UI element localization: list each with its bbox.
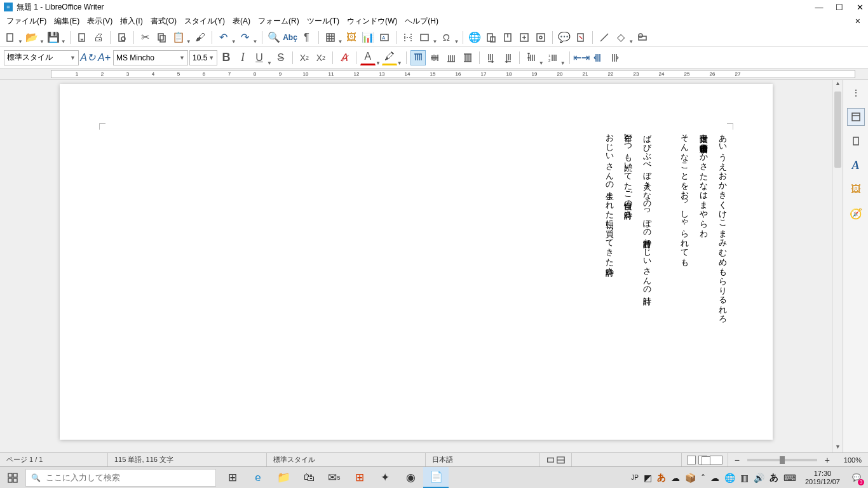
document-text[interactable]: あいうえおかきくけこまみむめもらりるれろ太陽付き宇宙山町長建物あかさたなはまやら… bbox=[606, 128, 727, 319]
paste-dropdown[interactable]: ▼ bbox=[186, 39, 191, 44]
bullets-button[interactable] bbox=[524, 50, 539, 65]
spellcheck-button[interactable]: Abç bbox=[283, 30, 298, 45]
align-justify-v-button[interactable] bbox=[460, 50, 475, 65]
draw-functions-button[interactable] bbox=[635, 30, 650, 45]
taskbar-search[interactable]: 🔍 bbox=[25, 469, 216, 487]
align-top-button[interactable] bbox=[410, 50, 426, 65]
status-zoom[interactable]: 100% bbox=[836, 453, 868, 466]
shapes-dropdown[interactable]: ▼ bbox=[628, 39, 634, 44]
page[interactable]: あいうえおかきくけこまみむめもらりるれろ太陽付き宇宙山町長建物あかさたなはまやら… bbox=[60, 84, 773, 440]
explorer-icon[interactable]: 📁 bbox=[271, 467, 296, 488]
status-language[interactable]: 日本語 bbox=[426, 453, 540, 466]
save-dropdown[interactable]: ▼ bbox=[61, 39, 66, 44]
bullets-dropdown[interactable]: ▼ bbox=[539, 60, 544, 66]
new-button[interactable] bbox=[3, 30, 18, 45]
align-vcenter-button[interactable] bbox=[427, 50, 442, 65]
taskbar-clock[interactable]: 17:30 2019/12/07 bbox=[801, 470, 844, 485]
comment-button[interactable]: 💬 bbox=[557, 30, 572, 45]
hyperlink-button[interactable]: 🌐 bbox=[467, 30, 482, 45]
clone-format-button[interactable]: 🖌 bbox=[193, 30, 208, 45]
formatting-marks-button[interactable]: ¶ bbox=[299, 30, 315, 45]
edge-icon[interactable]: e bbox=[245, 467, 271, 488]
find-replace-button[interactable]: 🔍 bbox=[266, 30, 281, 45]
bookmark-button[interactable] bbox=[500, 30, 515, 45]
store-icon[interactable]: 🛍 bbox=[296, 467, 322, 488]
line-button[interactable] bbox=[597, 30, 612, 45]
close-button[interactable]: ✕ bbox=[855, 3, 864, 11]
field-button[interactable] bbox=[417, 30, 432, 45]
italic-button[interactable]: I bbox=[235, 50, 250, 65]
ime-lang-indicator[interactable]: JP bbox=[631, 474, 639, 481]
strikethrough-button[interactable]: S bbox=[273, 50, 288, 65]
basic-shapes-button[interactable]: ◇ bbox=[613, 30, 628, 45]
ime-a-icon[interactable]: あ bbox=[770, 472, 778, 484]
tray-icon-1[interactable]: ◩ bbox=[644, 473, 652, 483]
font-name-combo[interactable]: MS Mincho▼ bbox=[113, 50, 188, 65]
sidebar-styles-icon[interactable]: A bbox=[847, 156, 865, 174]
chrome-icon[interactable]: ◉ bbox=[398, 467, 423, 488]
underline-dropdown[interactable]: ▼ bbox=[267, 60, 272, 66]
font-color-dropdown[interactable]: ▼ bbox=[376, 60, 381, 66]
menu-table[interactable]: 表(A) bbox=[229, 15, 254, 28]
cut-button[interactable]: ✂ bbox=[138, 30, 153, 45]
undo-button[interactable]: ↶ bbox=[216, 30, 231, 45]
font-size-combo[interactable]: 10.5▼ bbox=[189, 50, 217, 65]
network-icon[interactable]: 🌐 bbox=[724, 473, 735, 483]
battery-icon[interactable]: ▥ bbox=[740, 473, 749, 483]
tray-icon-2[interactable]: ☁ bbox=[671, 473, 680, 483]
menu-format[interactable]: 書式(O) bbox=[147, 15, 180, 28]
menu-file[interactable]: ファイル(F) bbox=[3, 15, 50, 28]
export-pdf-button[interactable] bbox=[74, 30, 90, 45]
menu-form[interactable]: フォーム(R) bbox=[254, 15, 303, 28]
cross-ref2-button[interactable] bbox=[533, 30, 548, 45]
ime-mode-indicator[interactable]: あ bbox=[657, 472, 666, 484]
redo-dropdown[interactable]: ▼ bbox=[253, 39, 258, 44]
track-changes-button[interactable] bbox=[573, 30, 588, 45]
update-style-button[interactable]: A↻ bbox=[80, 50, 95, 65]
special-char-button[interactable]: Ω bbox=[438, 30, 454, 45]
onedrive-icon[interactable]: ☁ bbox=[710, 473, 719, 483]
sidebar-navigator-icon[interactable]: 🧭 bbox=[847, 205, 865, 222]
sidebar-page-icon[interactable] bbox=[847, 132, 865, 150]
task-view-icon[interactable]: ⊞ bbox=[220, 467, 245, 488]
menu-style[interactable]: スタイル(Y) bbox=[180, 15, 229, 28]
numbering-dropdown[interactable]: ▼ bbox=[560, 60, 566, 66]
paragraph-style-combo[interactable]: 標準スタイル▼ bbox=[4, 50, 79, 65]
rtl-button[interactable] bbox=[500, 50, 515, 65]
ime-pad-icon[interactable]: ⌨ bbox=[783, 473, 796, 483]
font-color-button[interactable]: A bbox=[360, 50, 376, 65]
open-button[interactable]: 📂 bbox=[24, 30, 39, 45]
maximize-button[interactable]: ☐ bbox=[835, 3, 844, 11]
zoom-out-button[interactable]: − bbox=[732, 455, 742, 465]
text-line[interactable]: ばびぶべぼ大きなのっぽの古時計おじいさんの時計 bbox=[643, 128, 652, 319]
office-icon[interactable]: ⊞ bbox=[347, 467, 372, 488]
menu-insert[interactable]: 挿入(I) bbox=[116, 15, 146, 28]
page-break-button[interactable] bbox=[400, 30, 416, 45]
status-page[interactable]: ページ 1 / 1 bbox=[0, 453, 108, 466]
new-dropdown[interactable]: ▼ bbox=[18, 39, 23, 44]
menu-tools[interactable]: ツール(T) bbox=[303, 15, 343, 28]
highlight-dropdown[interactable]: ▼ bbox=[397, 60, 402, 66]
bold-button[interactable]: B bbox=[219, 50, 234, 65]
footnote-button[interactable] bbox=[484, 30, 499, 45]
sidebar-properties-icon[interactable] bbox=[847, 108, 865, 126]
decrease-indent-button[interactable] bbox=[590, 50, 606, 65]
sidebar-gallery-icon[interactable]: 🖼 bbox=[847, 180, 865, 198]
notifications-icon[interactable]: 💬3 bbox=[849, 470, 864, 485]
copy-button[interactable] bbox=[154, 30, 170, 45]
scroll-down-icon[interactable]: ▼ bbox=[833, 444, 843, 452]
paste-button[interactable]: 📋 bbox=[171, 30, 186, 45]
undo-dropdown[interactable]: ▼ bbox=[231, 39, 236, 44]
numbering-button[interactable]: 12 bbox=[545, 50, 560, 65]
tray-expand-icon[interactable]: ˄ bbox=[701, 473, 705, 483]
subscript-button[interactable]: X2 bbox=[313, 50, 329, 65]
status-word-count[interactable]: 115 単語, 116 文字 bbox=[108, 453, 267, 466]
zoom-in-button[interactable]: + bbox=[822, 455, 832, 465]
status-page-style[interactable]: 標準スタイル bbox=[267, 453, 426, 466]
print-preview-button[interactable] bbox=[114, 30, 130, 45]
scroll-up-icon[interactable]: ▲ bbox=[833, 80, 843, 89]
open-dropdown[interactable]: ▼ bbox=[39, 39, 44, 44]
volume-icon[interactable]: 🔊 bbox=[754, 473, 764, 483]
status-insert-mode[interactable] bbox=[540, 453, 572, 466]
minimize-button[interactable]: — bbox=[815, 3, 824, 11]
